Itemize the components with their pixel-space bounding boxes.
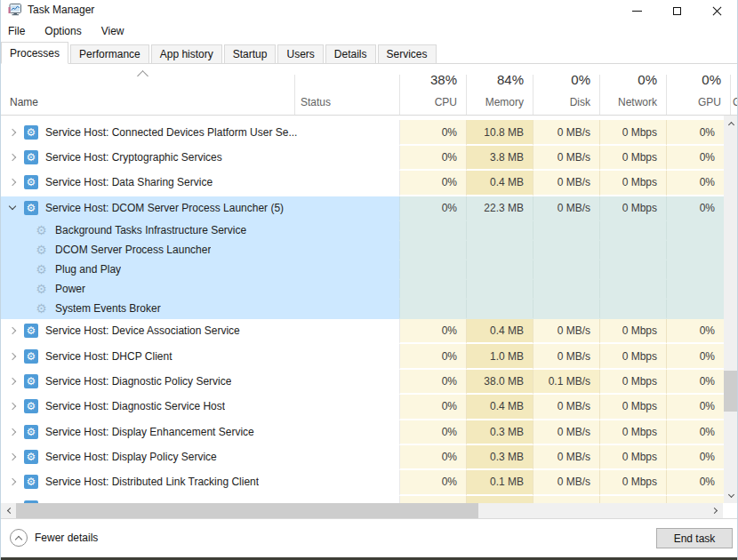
process-row[interactable]: ⚙Service Host: Cryptographic Services0%3… xyxy=(1,146,724,171)
cpu-cell: 0% xyxy=(399,171,466,196)
expand-chevron-icon[interactable] xyxy=(9,378,16,385)
memory-cell xyxy=(466,221,533,241)
expand-chevron-icon[interactable] xyxy=(9,327,16,334)
horizontal-scrollbar-thumb[interactable] xyxy=(16,503,478,518)
process-row-child[interactable]: ⚙DCOM Server Process Launcher xyxy=(1,241,724,260)
gpu-cell xyxy=(666,300,724,319)
scroll-down-button[interactable] xyxy=(724,488,738,503)
disk-cell: 0 MB/s xyxy=(533,171,599,196)
process-row[interactable]: ⚙Service Host: Distributed Link Tracking… xyxy=(1,470,724,495)
process-row[interactable]: ⚙Service Host: Connected Devices Platfor… xyxy=(1,120,724,145)
maximize-button[interactable] xyxy=(657,0,697,21)
close-button[interactable] xyxy=(697,0,737,21)
column-header-name[interactable]: Name xyxy=(10,96,38,108)
column-total-percent: 0% xyxy=(571,72,590,87)
disk-cell: 0 MB/s xyxy=(533,319,599,344)
cpu-cell: 0% xyxy=(399,395,466,420)
cpu-cell xyxy=(399,280,466,300)
process-row-child[interactable]: ⚙Background Tasks Infrastructure Service xyxy=(1,221,724,241)
vertical-scrollbar-thumb[interactable] xyxy=(724,371,738,412)
network-cell: 0 Mbps xyxy=(599,344,666,369)
service-gear-icon: ⚙ xyxy=(35,262,48,276)
column-header-disk[interactable]: 0%Disk xyxy=(533,64,599,115)
process-row-child[interactable]: ⚙Plug and Play xyxy=(1,260,724,280)
column-header-gpu[interactable]: 0%GPU xyxy=(666,64,730,115)
memory-cell: 0.4 MB xyxy=(466,171,533,196)
cpu-cell: 0% xyxy=(399,146,466,171)
column-label: Network xyxy=(618,96,657,108)
process-row[interactable]: ⚙Service Host: DHCP Client0%1.0 MB0 MB/s… xyxy=(1,344,724,369)
expand-chevron-icon[interactable] xyxy=(9,128,16,135)
memory-cell: 38.0 MB xyxy=(466,370,533,395)
process-row[interactable]: ⚙Service Host: Diagnostic Service Host0%… xyxy=(1,395,724,420)
tab-services[interactable]: Services xyxy=(378,44,437,63)
process-row[interactable]: ⚙Service Host: Data Sharing Service0%0.4… xyxy=(1,171,724,196)
process-name: System Events Broker xyxy=(55,302,161,315)
column-header-status[interactable]: Status xyxy=(301,96,331,108)
expand-chevron-icon[interactable] xyxy=(9,428,16,435)
gpu-cell: 0% xyxy=(666,344,724,369)
process-name-cell: ⚙Service Host: Diagnostic Policy Service xyxy=(1,370,399,395)
end-task-button[interactable]: End task xyxy=(656,528,733,548)
fewer-details-toggle[interactable]: Fewer details xyxy=(10,529,98,547)
process-row[interactable]: ⚙Service Host: Display Enhancement Servi… xyxy=(1,420,724,445)
chevron-left-icon xyxy=(6,508,12,514)
menu-view[interactable]: View xyxy=(101,22,133,40)
tab-startup[interactable]: Startup xyxy=(224,44,277,63)
gpu-cell: 0% xyxy=(666,196,724,221)
column-divider xyxy=(730,75,731,115)
process-row-child[interactable]: ⚙Power xyxy=(1,280,724,300)
service-gear-icon: ⚙ xyxy=(24,374,38,388)
expand-chevron-icon[interactable] xyxy=(9,154,16,161)
process-row[interactable]: ⚙ xyxy=(1,496,724,503)
process-row[interactable]: ⚙Service Host: Display Policy Service0%0… xyxy=(1,445,724,470)
tab-performance[interactable]: Performance xyxy=(70,44,149,63)
process-row-child[interactable]: ⚙System Events Broker xyxy=(1,300,724,319)
expand-chevron-icon[interactable] xyxy=(9,453,16,460)
menu-file[interactable]: File xyxy=(8,22,34,40)
process-name-cell: ⚙Plug and Play xyxy=(1,260,399,280)
maximize-icon xyxy=(673,7,681,15)
disk-cell: 0 MB/s xyxy=(533,395,599,420)
column-header-gpu-engine-partial[interactable]: G xyxy=(733,96,738,108)
tab-processes[interactable]: Processes xyxy=(1,42,68,64)
process-name-cell: ⚙Service Host: DHCP Client xyxy=(1,344,399,369)
column-header-network[interactable]: 0%Network xyxy=(599,64,666,115)
process-name: Service Host: Distributed Link Tracking … xyxy=(45,476,259,488)
vertical-scrollbar[interactable] xyxy=(724,116,738,503)
tab-details[interactable]: Details xyxy=(325,44,376,63)
disk-cell xyxy=(533,241,599,260)
scroll-right-button[interactable] xyxy=(708,503,723,518)
minimize-button[interactable] xyxy=(617,0,657,21)
process-row[interactable]: ⚙Service Host: Device Association Servic… xyxy=(1,319,724,344)
tab-users[interactable]: Users xyxy=(277,44,323,63)
column-header-memory[interactable]: 84%Memory xyxy=(466,64,533,115)
disk-cell: 0 MB/s xyxy=(533,146,599,171)
chevron-up-icon xyxy=(728,121,734,127)
service-gear-icon: ⚙ xyxy=(24,201,38,215)
scroll-left-button[interactable] xyxy=(1,503,16,518)
scroll-up-button[interactable] xyxy=(724,116,738,131)
gpu-cell xyxy=(666,280,724,300)
service-gear-icon: ⚙ xyxy=(24,125,38,140)
memory-cell xyxy=(466,241,533,260)
gpu-cell: 0% xyxy=(666,470,724,495)
collapse-chevron-icon[interactable] xyxy=(9,203,16,210)
process-row[interactable]: ⚙Service Host: DCOM Server Process Launc… xyxy=(1,196,724,221)
tab-app-history[interactable]: App history xyxy=(151,44,222,63)
expand-chevron-icon[interactable] xyxy=(9,403,16,410)
collapse-circle-icon xyxy=(10,529,28,547)
gpu-cell: 0% xyxy=(666,395,724,420)
horizontal-scrollbar[interactable] xyxy=(1,503,723,518)
menu-options[interactable]: Options xyxy=(44,22,90,40)
process-row[interactable]: ⚙Service Host: Diagnostic Policy Service… xyxy=(1,370,724,395)
cpu-cell: 0% xyxy=(399,445,466,470)
column-divider xyxy=(533,75,533,115)
expand-chevron-icon[interactable] xyxy=(9,179,16,186)
expand-chevron-icon[interactable] xyxy=(9,478,16,485)
process-name-cell: ⚙Service Host: DCOM Server Process Launc… xyxy=(1,196,399,221)
disk-cell xyxy=(533,221,599,241)
column-header-cpu[interactable]: 38%CPU xyxy=(399,64,466,115)
service-gear-icon: ⚙ xyxy=(24,399,38,413)
expand-chevron-icon[interactable] xyxy=(9,352,16,359)
